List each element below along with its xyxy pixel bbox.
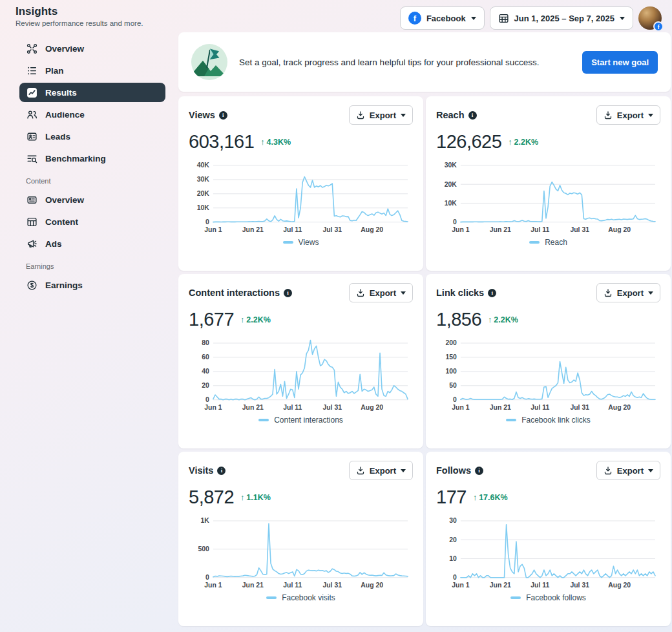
sidebar-item-label: Overview <box>45 195 84 205</box>
benchmarking-icon <box>26 153 37 164</box>
legend-label: Reach <box>545 238 567 247</box>
metric-change: ↑2.2K% <box>488 315 518 324</box>
legend-label: Views <box>299 238 319 247</box>
metric-change: ↑4.3K% <box>260 138 291 147</box>
export-button[interactable]: Export <box>596 105 660 125</box>
results-icon <box>26 87 37 98</box>
sidebar-item-plan[interactable]: Plan <box>19 61 165 80</box>
svg-text:10K: 10K <box>445 200 457 207</box>
page-title: Insights <box>16 5 143 18</box>
metric-change: ↑1.1K% <box>240 493 271 502</box>
platform-selector-label: Facebook <box>426 14 466 23</box>
sidebar-item-label: Plan <box>45 66 64 76</box>
date-range-label: Jun 1, 2025 – Sep 7, 2025 <box>514 14 614 23</box>
svg-text:Jul 11: Jul 11 <box>283 404 302 411</box>
sidebar-item-label: Content <box>45 217 78 227</box>
svg-text:60: 60 <box>202 353 209 361</box>
svg-text:Jun 21: Jun 21 <box>490 404 511 411</box>
chart-legend: Facebook visits <box>189 593 413 602</box>
export-label: Export <box>370 466 396 476</box>
legend-label: Facebook link clicks <box>521 416 591 425</box>
metric-card-content-interactions: Content interactions i Export 1,677 ↑2.2… <box>178 274 423 448</box>
svg-text:Jun 21: Jun 21 <box>490 226 511 233</box>
export-button[interactable]: Export <box>349 461 413 480</box>
sidebar-item-results[interactable]: Results <box>19 83 165 102</box>
export-button[interactable]: Export <box>349 283 413 302</box>
sidebar-item-ads[interactable]: Ads <box>19 234 165 253</box>
sidebar-item-earnings[interactable]: Earnings <box>19 275 165 295</box>
start-new-goal-button[interactable]: Start new goal <box>582 51 658 74</box>
svg-text:Jul 11: Jul 11 <box>530 226 549 233</box>
svg-text:30K: 30K <box>197 176 210 183</box>
metric-change: ↑2.2K% <box>240 315 271 324</box>
svg-text:30K: 30K <box>445 162 457 169</box>
metric-card-views: Views i Export 603,161 ↑4.3K% 40K30K20K1… <box>178 96 423 271</box>
svg-text:Jul 11: Jul 11 <box>530 404 549 411</box>
overview-icon <box>26 43 37 54</box>
download-icon <box>604 288 613 297</box>
svg-text:Jun 21: Jun 21 <box>242 404 264 411</box>
legend-label: Facebook follows <box>526 593 586 602</box>
page-header: Insights Review performance results and … <box>0 0 672 31</box>
info-icon[interactable]: i <box>488 289 496 297</box>
svg-text:Jun 1: Jun 1 <box>204 404 222 411</box>
svg-text:1K: 1K <box>201 517 210 524</box>
metric-value: 177 <box>436 487 467 508</box>
chevron-down-icon <box>401 291 406 295</box>
line-chart-reach: 30K20K10K0Jun 1Jun 21Jul 11Jul 31Aug 20 <box>436 158 660 237</box>
info-icon[interactable]: i <box>475 467 483 475</box>
svg-text:Aug 20: Aug 20 <box>608 404 631 411</box>
sidebar-item-leads[interactable]: Leads <box>19 127 165 146</box>
sidebar-item-content-overview[interactable]: Overview <box>19 190 165 209</box>
export-label: Export <box>370 111 396 120</box>
svg-text:50: 50 <box>449 382 457 389</box>
card-title: Reach i <box>436 110 477 120</box>
svg-text:Jun 21: Jun 21 <box>242 582 264 589</box>
svg-text:Jul 31: Jul 31 <box>322 404 342 411</box>
sidebar-item-overview[interactable]: Overview <box>19 39 165 58</box>
date-range-selector-button[interactable]: Jun 1, 2025 – Sep 7, 2025 <box>490 6 633 30</box>
svg-text:500: 500 <box>198 545 209 553</box>
metrics-grid: Views i Export 603,161 ↑4.3K% 40K30K20K1… <box>178 96 671 626</box>
svg-text:Jul 31: Jul 31 <box>570 226 589 233</box>
sidebar-item-label: Results <box>45 88 77 98</box>
svg-text:Jun 1: Jun 1 <box>204 226 222 233</box>
metric-card-reach: Reach i Export 126,625 ↑2.2K% 30K20K10K0… <box>426 96 671 271</box>
export-button[interactable]: Export <box>596 283 660 302</box>
info-icon[interactable]: i <box>468 111 477 120</box>
svg-text:100: 100 <box>445 368 457 375</box>
avatar[interactable]: f <box>638 6 662 30</box>
export-label: Export <box>617 466 644 476</box>
chevron-down-icon <box>471 17 476 20</box>
facebook-badge-icon: f <box>653 21 664 32</box>
info-icon[interactable]: i <box>219 111 227 120</box>
svg-text:Jun 1: Jun 1 <box>452 404 469 411</box>
metric-card-link-clicks: Link clicks i Export 1,856 ↑2.2K% 200150… <box>426 274 671 448</box>
svg-text:20: 20 <box>449 536 457 543</box>
info-icon[interactable]: i <box>284 289 292 297</box>
platform-selector-button[interactable]: f Facebook <box>400 6 485 30</box>
svg-text:10K: 10K <box>197 204 210 211</box>
metric-value: 5,872 <box>189 487 234 508</box>
sidebar-item-benchmarking[interactable]: Benchmarking <box>19 149 165 168</box>
svg-text:0: 0 <box>205 218 209 226</box>
goal-banner-text: Set a goal, track progress and learn hel… <box>239 58 571 67</box>
sidebar-item-content[interactable]: Content <box>19 212 165 231</box>
export-button[interactable]: Export <box>349 105 413 125</box>
export-label: Export <box>617 111 644 120</box>
info-icon[interactable]: i <box>217 467 226 475</box>
svg-text:20K: 20K <box>445 181 457 188</box>
chart-legend: Views <box>189 238 413 247</box>
goal-banner: Set a goal, track progress and learn hel… <box>178 32 671 92</box>
facebook-logo-icon: f <box>408 12 421 25</box>
sidebar-item-audience[interactable]: Audience <box>19 105 165 124</box>
svg-text:Aug 20: Aug 20 <box>608 226 631 233</box>
page-title-block: Insights Review performance results and … <box>16 5 143 27</box>
card-title: Content interactions i <box>189 288 292 298</box>
sidebar-item-label: Overview <box>45 44 84 54</box>
export-button[interactable]: Export <box>596 461 660 480</box>
metric-value: 126,625 <box>436 131 501 153</box>
svg-text:Jul 31: Jul 31 <box>570 404 589 411</box>
svg-text:80: 80 <box>202 339 209 346</box>
metric-card-visits: Visits i Export 5,872 ↑1.1K% 1K5000Jun 1… <box>178 452 423 626</box>
